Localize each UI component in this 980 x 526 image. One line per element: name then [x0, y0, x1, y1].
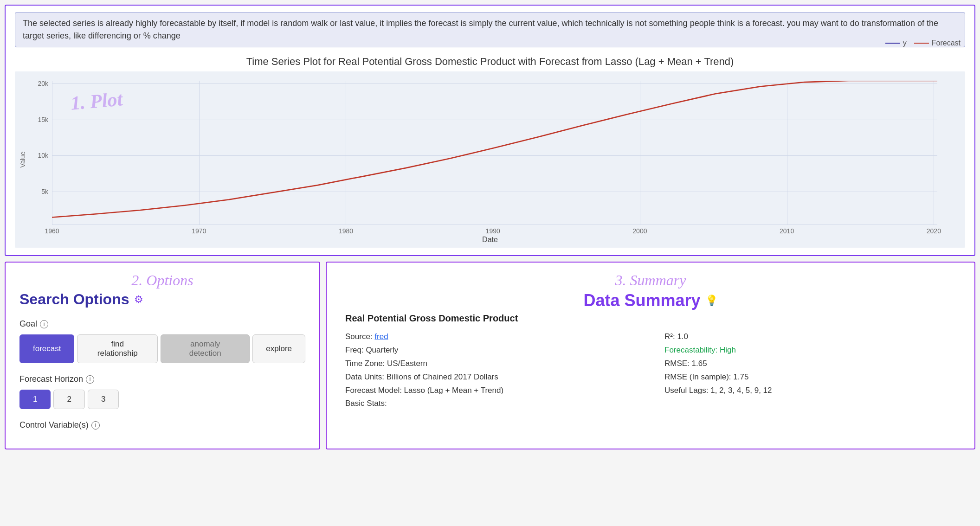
summary-grid: Source: fred Freq: Quarterly Time Zone: … — [345, 330, 956, 411]
horizon-label: Forecast Horizon i — [19, 374, 305, 384]
horizon-btn-3[interactable]: 3 — [88, 390, 119, 409]
summary-watermark: 3. Summary — [345, 272, 956, 289]
x-tick-2020: 2020 — [927, 227, 941, 235]
chart-title: Time Series Plot for Real Potential Gros… — [15, 56, 965, 68]
x-axis-label: Date — [482, 236, 498, 244]
chart-area: 1. Plot Value Date 20k 15k 10k 5k — [15, 71, 965, 248]
control-label-text: Control Variable(s) — [19, 420, 89, 430]
legend-forecast: Forecast — [914, 39, 961, 47]
summary-row-basic: Basic Stats: — [345, 397, 637, 411]
goal-info-icon[interactable]: i — [40, 320, 48, 328]
bulb-icon: 💡 — [705, 295, 718, 307]
chart-svg — [52, 81, 937, 225]
chart-grid: 20k 15k 10k 5k 1960 1970 — [52, 81, 937, 225]
horizon-label-text: Forecast Horizon — [19, 374, 83, 384]
goal-label: Goal i — [19, 319, 305, 329]
goal-btn-explore[interactable]: explore — [252, 334, 305, 363]
summary-col-right: R²: 1.0 Forecastability: High RMSE: 1.65… — [664, 330, 956, 411]
summary-col-left: Source: fred Freq: Quarterly Time Zone: … — [345, 330, 637, 411]
summary-row-forecastability: Forecastability: High — [664, 344, 956, 357]
x-tick-1960: 1960 — [45, 227, 59, 235]
goal-section: Goal i forecast find relationship anomal… — [19, 319, 305, 363]
summary-row-rmse-insample: RMSE (In sample): 1.75 — [664, 371, 956, 384]
chart-section: The selected series is already highly fo… — [5, 5, 975, 256]
options-watermark: 2. Options — [19, 272, 305, 289]
y-tick-15k: 15k — [38, 116, 48, 123]
chart-legend: y Forecast — [885, 39, 961, 47]
y-tick-10k: 10k — [38, 152, 48, 159]
summary-row-timezone: Time Zone: US/Eastern — [345, 357, 637, 371]
legend-line-y — [885, 43, 900, 44]
summary-panel: 3. Summary Data Summary 💡 Real Potential… — [326, 262, 975, 449]
legend-forecast-label: Forecast — [932, 39, 961, 47]
x-tick-2000: 2000 — [632, 227, 647, 235]
x-tick-1990: 1990 — [486, 227, 500, 235]
summary-row-units: Data Units: Billions of Chained 2017 Dol… — [345, 371, 637, 384]
horizon-section: Forecast Horizon i 1 2 3 — [19, 374, 305, 409]
summary-title: Data Summary — [583, 291, 700, 310]
summary-row-useful-lags: Useful Lags: 1, 2, 3, 4, 5, 9, 12 — [664, 384, 956, 398]
summary-row-rmse: RMSE: 1.65 — [664, 357, 956, 371]
goal-button-group: forecast find relationship anomaly detec… — [19, 334, 305, 363]
summary-data-name: Real Potential Gross Domestic Product — [345, 313, 956, 324]
horizon-info-icon[interactable]: i — [86, 375, 94, 384]
y-axis-label: Value — [19, 152, 26, 168]
summary-row-r2: R²: 1.0 — [664, 330, 956, 344]
goal-btn-anomaly[interactable]: anomaly detection — [161, 334, 250, 363]
alert-banner: The selected series is already highly fo… — [15, 12, 965, 47]
grid-line-h5 — [52, 225, 937, 225]
summary-heading-row: Data Summary 💡 — [345, 291, 956, 310]
summary-row-source: Source: fred — [345, 330, 637, 344]
control-label: Control Variable(s) i — [19, 420, 305, 430]
x-tick-1980: 1980 — [339, 227, 353, 235]
legend-y: y — [885, 39, 907, 47]
options-heading-row: Search Options ⚙ — [19, 291, 305, 308]
x-tick-1970: 1970 — [192, 227, 206, 235]
gear-icon: ⚙ — [134, 294, 143, 306]
horizon-btn-1[interactable]: 1 — [19, 390, 51, 409]
summary-row-model: Forecast Model: Lasso (Lag + Mean + Tren… — [345, 384, 637, 398]
source-link[interactable]: fred — [374, 332, 388, 341]
legend-y-label: y — [903, 39, 907, 47]
summary-row-freq: Freq: Quarterly — [345, 344, 637, 357]
y-tick-5k: 5k — [41, 188, 48, 195]
y-tick-20k: 20k — [38, 80, 48, 87]
goal-label-text: Goal — [19, 319, 37, 329]
control-section: Control Variable(s) i — [19, 420, 305, 430]
legend-line-forecast — [914, 43, 929, 44]
options-heading-title: Search Options — [19, 291, 129, 308]
goal-btn-forecast[interactable]: forecast — [19, 334, 74, 363]
options-panel: 2. Options Search Options ⚙ Goal i forec… — [5, 262, 320, 449]
horizon-btn-2[interactable]: 2 — [53, 390, 84, 409]
x-tick-2010: 2010 — [780, 227, 794, 235]
horizon-button-group: 1 2 3 — [19, 390, 305, 409]
alert-text: The selected series is already highly fo… — [23, 19, 938, 40]
goal-btn-find-relationship[interactable]: find relationship — [77, 334, 158, 363]
bottom-row: 2. Options Search Options ⚙ Goal i forec… — [5, 262, 975, 449]
control-info-icon[interactable]: i — [91, 421, 100, 430]
